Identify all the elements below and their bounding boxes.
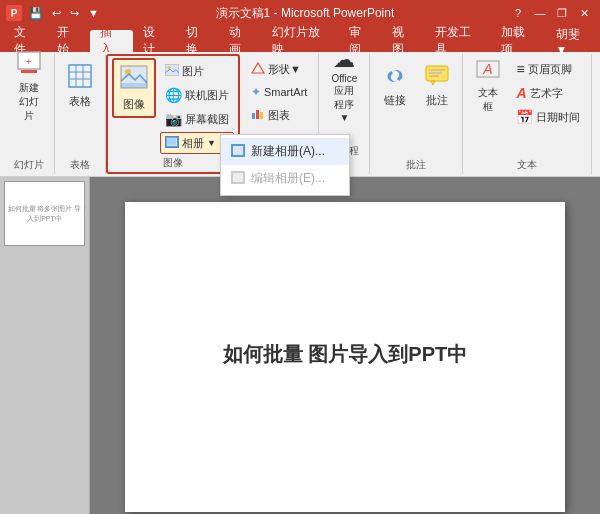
header-button[interactable]: ≡ 页眉页脚 — [511, 58, 585, 80]
group-links: 链接 批注 批注 — [370, 54, 463, 174]
edit-album-label: 编辑相册(E)... — [251, 170, 325, 187]
textbox-icon: A — [476, 58, 500, 84]
new-album-label: 新建相册(A)... — [251, 143, 325, 160]
smartart-label: SmartArt — [264, 86, 307, 98]
smartart-button[interactable]: ✦ SmartArt — [246, 82, 312, 102]
chart-button[interactable]: 图表 — [246, 104, 312, 126]
wordart-icon: A — [516, 85, 526, 101]
office-app-label: Office应用程序▼ — [331, 73, 357, 123]
quick-access-toolbar: 💾 ↩ ↪ ▼ — [26, 5, 102, 22]
tab-insert[interactable]: 插入 — [90, 30, 133, 52]
svg-marker-21 — [431, 81, 435, 85]
tab-slideshow[interactable]: 幻灯片放映 — [262, 30, 339, 52]
group-text-content: A 文本框 ≡ 页眉页脚 A 艺术字 📅 日期时间 — [469, 56, 585, 156]
textbox-label: 文本框 — [478, 86, 498, 114]
office-app-button[interactable]: ☁ Office应用程序▼ — [325, 56, 363, 116]
screenshot-button[interactable]: 📷 屏幕截图 — [160, 108, 234, 130]
slide-white[interactable]: 如何批量 图片导入到PPT中 — [125, 202, 565, 512]
svg-rect-28 — [233, 146, 243, 155]
image-icon — [120, 65, 148, 95]
tab-addins[interactable]: 加载项 — [491, 30, 545, 52]
svg-marker-16 — [252, 63, 264, 73]
slide-thumbnail[interactable]: 如何批量 将多张图片 导入到PPT中 — [4, 181, 85, 246]
svg-rect-17 — [252, 113, 255, 119]
group-slides: + 新建幻灯片 幻灯片 — [4, 54, 55, 174]
shapes-button[interactable]: 形状▼ — [246, 58, 312, 80]
illustrations-col: 形状▼ ✦ SmartArt 图表 — [246, 56, 312, 126]
image-button[interactable]: 图像 — [112, 58, 156, 118]
slide-thumb-text: 如何批量 将多张图片 导入到PPT中 — [5, 202, 84, 226]
album-dropdown-icon: ▼ — [207, 138, 216, 148]
link-icon — [383, 65, 407, 91]
tab-design[interactable]: 设计 — [133, 30, 176, 52]
textbox-button[interactable]: A 文本框 — [469, 56, 507, 116]
ribbon: + 新建幻灯片 幻灯片 表格 表格 图像 — [0, 52, 600, 177]
group-table: 表格 表格 — [55, 54, 106, 174]
new-slide-icon: + — [16, 50, 42, 79]
comment-button[interactable]: 批注 — [418, 56, 456, 116]
group-text-label: 文本 — [469, 158, 585, 174]
restore-btn[interactable]: ❐ — [552, 4, 572, 22]
edit-album-item[interactable]: 编辑相册(E)... — [221, 165, 349, 192]
group-table-label: 表格 — [61, 158, 99, 174]
help-btn[interactable]: ? — [508, 4, 528, 22]
svg-rect-30 — [233, 173, 243, 182]
undo-btn[interactable]: ↩ — [49, 5, 64, 22]
group-links-label: 批注 — [376, 158, 456, 174]
window-controls: ? — ❐ ✕ — [508, 4, 594, 22]
slide-canvas: 如何批量 图片导入到PPT中 — [90, 177, 600, 514]
new-album-icon — [231, 144, 245, 160]
ribbon-tab-bar: 文件 开始 插入 设计 切换 动画 幻灯片放映 审阅 视图 开发工具 加载项 胡… — [0, 26, 600, 52]
link-button[interactable]: 链接 — [376, 56, 414, 116]
screenshot-icon: 📷 — [165, 111, 182, 127]
main-area: 1 如何批量 将多张图片 导入到PPT中 如何批量 图片导入到PPT中 — [0, 177, 600, 514]
text-small-col: ≡ 页眉页脚 A 艺术字 📅 日期时间 — [511, 56, 585, 128]
wordart-button[interactable]: A 艺术字 — [511, 82, 585, 104]
svg-text:A: A — [483, 61, 493, 77]
tab-transition[interactable]: 切换 — [176, 30, 219, 52]
window-title: 演示文稿1 - Microsoft PowerPoint — [102, 5, 508, 22]
group-text: A 文本框 ≡ 页眉页脚 A 艺术字 📅 日期时间 文本 — [463, 54, 592, 174]
slide-thumb-container: 1 如何批量 将多张图片 导入到PPT中 — [4, 181, 85, 246]
close-btn[interactable]: ✕ — [574, 4, 594, 22]
title-bar-left: P 💾 ↩ ↪ ▼ — [6, 5, 102, 22]
group-images-label: 图像 — [112, 156, 234, 172]
tab-animation[interactable]: 动画 — [219, 30, 262, 52]
customize-btn[interactable]: ▼ — [85, 5, 102, 21]
date-button[interactable]: 📅 日期时间 — [511, 106, 585, 128]
svg-rect-1 — [21, 70, 37, 73]
table-button[interactable]: 表格 — [61, 56, 99, 116]
picture-label: 图片 — [182, 64, 204, 79]
save-btn[interactable]: 💾 — [26, 5, 46, 22]
image-label: 图像 — [123, 97, 145, 112]
comment-icon — [425, 65, 449, 91]
picture-icon — [165, 63, 179, 79]
tab-home[interactable]: 开始 — [47, 30, 90, 52]
online-pic-button[interactable]: 🌐 联机图片 — [160, 84, 234, 106]
app-icon: P — [6, 5, 22, 21]
online-pic-label: 联机图片 — [185, 88, 229, 103]
slide-panel: 1 如何批量 将多张图片 导入到PPT中 — [0, 177, 90, 514]
online-pic-icon: 🌐 — [165, 87, 182, 103]
redo-btn[interactable]: ↪ — [67, 5, 82, 22]
album-dropdown-menu: 新建相册(A)... 编辑相册(E)... — [220, 134, 350, 196]
shapes-icon — [251, 61, 265, 77]
svg-rect-3 — [69, 65, 91, 87]
header-icon: ≡ — [516, 61, 524, 77]
picture-button[interactable]: 图片 — [160, 60, 234, 82]
tab-view[interactable]: 视图 — [382, 30, 425, 52]
new-slide-button[interactable]: + 新建幻灯片 — [10, 56, 48, 116]
tab-dev[interactable]: 开发工具 — [425, 30, 491, 52]
album-icon — [165, 135, 179, 151]
screenshot-label: 屏幕截图 — [185, 112, 229, 127]
table-icon — [68, 64, 92, 92]
new-album-item[interactable]: 新建相册(A)... — [221, 138, 349, 165]
group-table-content: 表格 — [61, 56, 99, 156]
smartart-icon: ✦ — [251, 85, 261, 99]
album-label: 相册 — [182, 136, 204, 151]
minimize-btn[interactable]: — — [530, 4, 550, 22]
group-apps-content: ☁ Office应用程序▼ — [325, 56, 363, 142]
wordart-label: 艺术字 — [530, 86, 563, 101]
tab-hufei[interactable]: 胡斐▼ — [546, 30, 600, 52]
title-bar: P 💾 ↩ ↪ ▼ 演示文稿1 - Microsoft PowerPoint ?… — [0, 0, 600, 26]
